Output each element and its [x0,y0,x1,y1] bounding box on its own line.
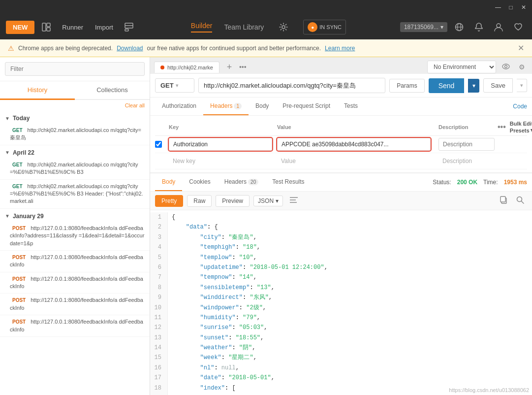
import-button[interactable]: Import [91,22,117,33]
history-group-header[interactable]: ▼Today [0,111,150,124]
headers-table: Key Value Description ••• Bulk Edit Pres… [150,116,532,172]
sidebar-tab-collections[interactable]: Collections [75,81,150,99]
list-item[interactable]: GEThttp://chkj02.market.alicloudapi.co m… [0,124,150,145]
maximize-button[interactable]: □ [506,3,515,12]
code-line: 3 "city": "秦皇岛", [150,232,532,242]
request-tab[interactable]: http://chkj02.marke [154,62,219,73]
copy-icon[interactable] [497,195,510,207]
toolbar-right: 187135069... ▾ [400,19,526,35]
key-input[interactable] [169,138,272,151]
description-input[interactable] [438,138,495,151]
warning-close-button[interactable]: ✕ [518,43,524,53]
tab-actions: + ••• [222,60,247,74]
runner-button[interactable]: Runner [58,22,87,33]
resp-tab-test-results[interactable]: Test Results [265,173,311,191]
list-item[interactable]: POSThttp://127.0.0.1:8080/feedbackInfo/a… [0,294,150,315]
raw-button[interactable]: Raw [187,195,212,207]
search-icon[interactable] [513,195,527,207]
minimize-button[interactable]: — [494,3,502,12]
request-tabs: Authorization Headers1 Body Pre-request … [150,98,532,116]
code-line: 11 "humidity": "79", [150,313,532,323]
response-tabs: Body Cookies Headers20 Test Results Stat… [150,173,532,192]
format-selector[interactable]: JSON ▾ [253,196,283,206]
arrow-icon: ▼ [5,116,10,121]
list-item[interactable]: POSThttp://127.0.0.1:8080/feedbackInfo/a… [0,315,150,337]
sync-icon: ● [308,22,317,32]
download-link[interactable]: Download [117,45,143,52]
tab-more-button[interactable]: ••• [239,63,247,71]
env-eye-icon[interactable] [499,62,513,72]
list-item[interactable]: POSThttp://127.0.0.1:8080/feedbackInfo/a… [0,251,150,272]
history-group-header[interactable]: ▼January 29 [0,209,150,222]
code-line: 15 "week": "星期二", [150,353,532,362]
url-input[interactable] [198,78,385,93]
sidebar-tab-history[interactable]: History [0,81,75,100]
table-row [155,136,527,153]
align-icon[interactable] [287,195,301,206]
account-button[interactable]: 187135069... ▾ [400,22,447,32]
settings-icon[interactable] [276,19,291,35]
line-number: 9 [150,293,168,302]
tab-body[interactable]: Body [249,98,276,115]
tab-authorization[interactable]: Authorization [155,98,203,115]
resp-tab-body[interactable]: Body [155,173,182,191]
history-url: http://127.0.0.1:8080/feedbackInfo/a ddF… [10,225,144,246]
globe-icon[interactable] [451,19,467,35]
new-tab-button[interactable]: + [222,60,236,74]
line-content: "sensibletemp": "13", [172,283,532,293]
warning-after: our free native apps for continued suppo… [147,45,321,52]
more-icon[interactable]: ••• [498,123,506,132]
resp-tab-headers[interactable]: Headers20 [218,173,265,191]
learn-more-link[interactable]: Learn more [325,45,355,52]
warning-text: Chrome apps are being deprecated. [18,45,113,52]
time-value: 1953 ms [504,179,527,186]
tab-pre-request[interactable]: Pre-request Script [276,98,337,115]
method-badge: POST [10,225,28,231]
url-bar: GET ▾ Params Send ▾ Save ▾ [150,74,532,98]
send-arrow-button[interactable]: ▾ [468,79,479,93]
list-item[interactable]: GEThttp://chkj02.market.alicloudapi.co m… [0,180,150,209]
method-badge: POST [10,319,28,325]
save-button[interactable]: Save [483,78,513,93]
user-icon[interactable] [491,19,506,35]
layout2-icon[interactable] [121,19,137,35]
builder-tab[interactable]: Builder [191,22,213,33]
team-library-tab[interactable]: Team Library [224,23,264,31]
tab-tests[interactable]: Tests [337,98,365,115]
list-item[interactable]: POSThttp://127.0.0.1:8080/feedbackInfo/a… [0,222,150,251]
method-selector[interactable]: GET ▾ [155,78,194,93]
value-input[interactable] [277,138,431,151]
response-body: 1{2 "data": {3 "city": "秦皇岛",4 "temphigh… [150,210,532,395]
pretty-button[interactable]: Pretty [155,195,183,207]
preview-button[interactable]: Preview [216,195,250,207]
environment-select[interactable]: No Environment [427,61,496,73]
line-content: "weather": "阴", [172,343,532,353]
layout-icon[interactable] [38,19,54,35]
table-header: Key Value Description ••• Bulk Edit Pres… [155,119,527,136]
tab-headers[interactable]: Headers1 [203,98,249,115]
sync-button[interactable]: ● IN SYNC [303,20,346,34]
bell-icon[interactable] [471,19,487,35]
env-gear-icon[interactable]: ⚙ [516,62,528,72]
close-button[interactable]: ✕ [519,3,528,12]
bulk-edit-button[interactable]: Bulk Edit [510,121,532,127]
heart-icon[interactable] [510,19,526,35]
code-line: 12 "sunrise": "05:03", [150,323,532,332]
history-group-header[interactable]: ▼April 22 [0,145,150,158]
code-link[interactable]: Code [513,103,527,110]
code-line: 19 { [150,393,532,395]
list-item[interactable]: POSThttp://127.0.0.1:8080/feedbackInfo/a… [0,272,150,294]
line-content: "city": "秦皇岛", [172,232,532,242]
save-arrow-button[interactable]: ▾ [517,79,527,92]
send-button[interactable]: Send [429,78,465,93]
clear-all-button[interactable]: Clear all [125,102,145,108]
params-button[interactable]: Params [389,79,424,93]
presets-button[interactable]: Presets ▾ [510,127,532,133]
row-checkbox[interactable] [155,141,162,148]
filter-input[interactable] [5,62,145,76]
new-button[interactable]: NEW [6,21,34,34]
list-item[interactable]: GEThttp://chkj02.market.alicloudapi.co m… [0,158,150,180]
resp-tab-cookies[interactable]: Cookies [182,173,217,191]
svg-point-6 [282,26,285,29]
response-toolbar: Pretty Raw Preview JSON ▾ [150,192,532,210]
